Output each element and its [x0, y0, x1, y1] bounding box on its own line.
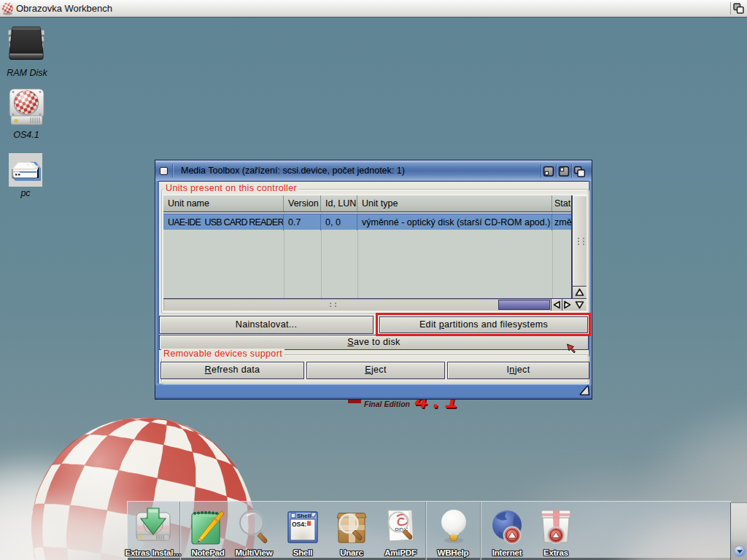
svg-text:Shell: Shell — [297, 513, 311, 519]
svg-text:OS4:: OS4: — [292, 521, 306, 528]
